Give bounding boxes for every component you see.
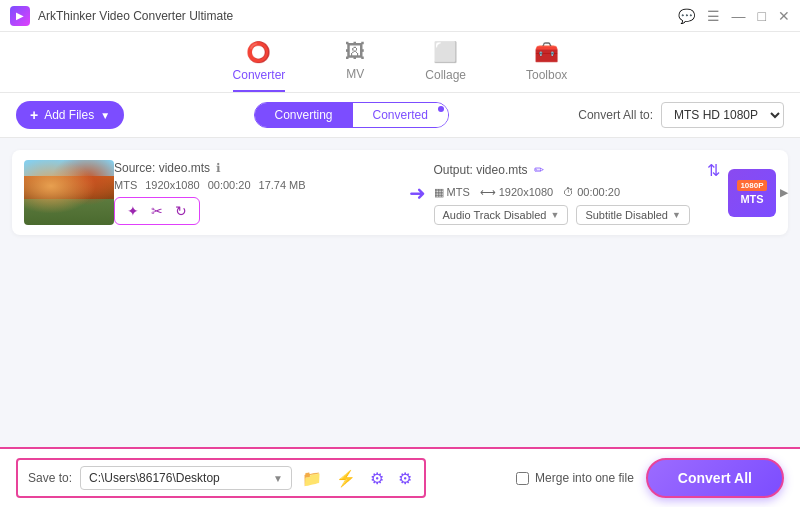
source-label: Source: video.mts	[114, 161, 210, 175]
add-files-button[interactable]: + Add Files ▼	[16, 101, 124, 129]
collage-icon: ⬜	[433, 40, 458, 64]
toolbox-label: Toolbox	[526, 68, 567, 82]
converter-label: Converter	[233, 68, 286, 82]
converted-tab[interactable]: Converted	[353, 103, 448, 127]
source-duration: 00:00:20	[208, 179, 251, 191]
flash-button[interactable]: ⚡	[334, 467, 358, 490]
edit-icon[interactable]: ✏	[534, 163, 544, 177]
format-badge: 1080P MTS ▶	[728, 169, 776, 217]
subtitle-caret-icon: ▼	[672, 210, 681, 220]
app-icon: ▶	[10, 6, 30, 26]
subtitle-dropdown[interactable]: Subtitle Disabled ▼	[576, 205, 689, 225]
converted-label: Converted	[373, 108, 428, 122]
output-resolution: 1920x1080	[499, 186, 553, 198]
title-bar-controls[interactable]: 💬 ☰ — □ ✕	[678, 8, 790, 24]
bottom-bar: Save to: ▼ 📁 ⚡ ⚙ ⚙ Merge into one file C…	[0, 447, 800, 507]
output-header: Output: video.mts ✏ ⇅	[434, 161, 721, 180]
output-meta-row: ▦ MTS ⟷ 1920x1080 ⏱ 00:00:20	[434, 186, 721, 199]
bottom-icons: 📁 ⚡ ⚙ ⚙	[300, 467, 414, 490]
output-resolution-item: ⟷ 1920x1080	[480, 186, 553, 199]
subtitle-label: Subtitle Disabled	[585, 209, 668, 221]
toolbar: + Add Files ▼ Converting Converted Conve…	[0, 93, 800, 138]
audio-track-dropdown[interactable]: Audio Track Disabled ▼	[434, 205, 569, 225]
audio-caret-icon: ▼	[550, 210, 559, 220]
source-format: MTS	[114, 179, 137, 191]
file-actions-row: ✦ ✂ ↻	[114, 197, 200, 225]
collage-label: Collage	[425, 68, 466, 82]
minimize-btn[interactable]: —	[732, 8, 746, 24]
output-section: Output: video.mts ✏ ⇅ ▦ MTS ⟷ 1920x1080 …	[434, 161, 721, 225]
tab-mv[interactable]: 🖼 MV	[345, 40, 365, 92]
title-bar: ▶ ArkThinker Video Converter Ultimate 💬 …	[0, 0, 800, 32]
badge-format: MTS	[740, 193, 763, 205]
file-source-info: Source: video.mts ℹ MTS 1920x1080 00:00:…	[114, 161, 401, 225]
folder-button[interactable]: 📁	[300, 467, 324, 490]
right-actions: Merge into one file Convert All	[516, 458, 784, 498]
merge-checkbox-label[interactable]: Merge into one file	[516, 471, 634, 485]
save-to-path-input[interactable]: ▼	[80, 466, 292, 490]
gear-button[interactable]: ⚙	[396, 467, 414, 490]
convert-all-button[interactable]: Convert All	[646, 458, 784, 498]
nav-tabs: ⭕ Converter 🖼 MV ⬜ Collage 🧰 Toolbox	[0, 32, 800, 93]
info-icon[interactable]: ℹ	[216, 161, 221, 175]
toolbox-icon: 🧰	[534, 40, 559, 64]
file-thumbnail	[24, 160, 114, 225]
app-title: ArkThinker Video Converter Ultimate	[38, 9, 233, 23]
arrow-right-icon: ➜	[409, 181, 426, 205]
resolution-icon: ⟷	[480, 186, 496, 199]
effects-button[interactable]: ✦	[123, 201, 143, 221]
close-btn[interactable]: ✕	[778, 8, 790, 24]
arrow-area: ➜	[401, 181, 434, 205]
settings-button[interactable]: ⚙	[368, 467, 386, 490]
save-to-section: Save to: ▼ 📁 ⚡ ⚙ ⚙	[16, 458, 426, 498]
converted-dot	[438, 106, 444, 112]
converter-icon: ⭕	[246, 40, 271, 64]
save-to-label: Save to:	[28, 471, 72, 485]
add-files-caret: ▼	[100, 110, 110, 121]
converting-label: Converting	[275, 108, 333, 122]
title-bar-left: ▶ ArkThinker Video Converter Ultimate	[10, 6, 233, 26]
tab-switcher: Converting Converted	[254, 102, 449, 128]
convert-all-label: Convert All to:	[578, 108, 653, 122]
output-dropdowns: Audio Track Disabled ▼ Subtitle Disabled…	[434, 205, 721, 225]
maximize-btn[interactable]: □	[758, 8, 766, 24]
source-row: Source: video.mts ℹ	[114, 161, 401, 175]
mv-icon: 🖼	[345, 40, 365, 63]
file-item: Source: video.mts ℹ MTS 1920x1080 00:00:…	[12, 150, 788, 235]
convert-all-to: Convert All to: MTS HD 1080P	[578, 102, 784, 128]
file-item-wrapper: Source: video.mts ℹ MTS 1920x1080 00:00:…	[24, 160, 776, 225]
tab-toolbox[interactable]: 🧰 Toolbox	[526, 40, 567, 92]
merge-label: Merge into one file	[535, 471, 634, 485]
badge-label: 1080P	[737, 180, 766, 191]
output-duration: 00:00:20	[577, 186, 620, 198]
plus-icon: +	[30, 107, 38, 123]
sort-icon[interactable]: ⇅	[707, 161, 720, 180]
merge-checkbox-input[interactable]	[516, 472, 529, 485]
add-files-label: Add Files	[44, 108, 94, 122]
output-format-item: ▦ MTS	[434, 186, 470, 199]
source-meta-row: MTS 1920x1080 00:00:20 17.74 MB	[114, 179, 401, 191]
output-duration-item: ⏱ 00:00:20	[563, 186, 620, 198]
main-content: Source: video.mts ℹ MTS 1920x1080 00:00:…	[0, 138, 800, 478]
converting-tab[interactable]: Converting	[255, 103, 353, 127]
audio-track-label: Audio Track Disabled	[443, 209, 547, 221]
menu-icon[interactable]: ☰	[707, 8, 720, 24]
mv-label: MV	[346, 67, 364, 81]
tab-converter[interactable]: ⭕ Converter	[233, 40, 286, 92]
output-format: MTS	[447, 186, 470, 198]
convert-all-select[interactable]: MTS HD 1080P	[661, 102, 784, 128]
tab-collage[interactable]: ⬜ Collage	[425, 40, 466, 92]
path-caret-icon[interactable]: ▼	[273, 473, 283, 484]
badge-caret-icon[interactable]: ▶	[780, 187, 788, 198]
trim-button[interactable]: ✂	[147, 201, 167, 221]
source-size: 17.74 MB	[259, 179, 306, 191]
source-resolution: 1920x1080	[145, 179, 199, 191]
path-input[interactable]	[89, 471, 269, 485]
clock-icon: ⏱	[563, 186, 574, 198]
chat-icon[interactable]: 💬	[678, 8, 695, 24]
rotate-button[interactable]: ↻	[171, 201, 191, 221]
output-label: Output: video.mts	[434, 163, 528, 177]
thumbnail-image	[24, 160, 114, 225]
format-icon: ▦	[434, 186, 444, 199]
